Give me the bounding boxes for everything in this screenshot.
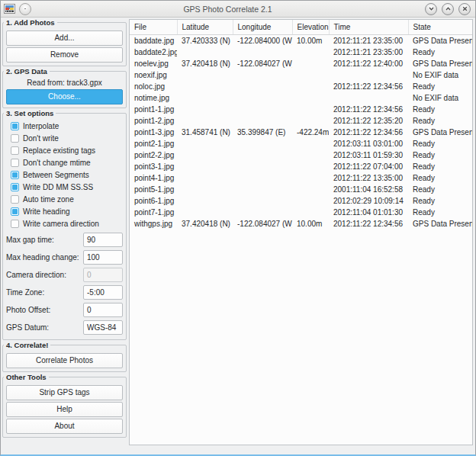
cell-latitude: 31.458741 (N)	[177, 127, 233, 138]
option-checkbox-row[interactable]: Write heading	[11, 206, 124, 217]
photo-table-row[interactable]: noexif.jpg No EXIF data	[130, 69, 472, 81]
chevron-down-icon	[428, 5, 435, 12]
photo-table-row[interactable]: point1-3.jpg 31.458741 (N) 35.399847 (E)…	[130, 127, 472, 138]
other-tools-button[interactable]: Strip GPS tags	[6, 385, 123, 400]
cell-elevation	[292, 92, 329, 104]
option-checkbox-row[interactable]: Auto time zone	[11, 194, 124, 205]
column-header-latitude[interactable]: Latitude	[177, 20, 233, 35]
maximize-button[interactable]	[442, 3, 454, 15]
cell-file: point7-1.jpg	[130, 207, 177, 218]
checkbox-icon[interactable]	[11, 207, 19, 216]
cell-elevation	[292, 184, 329, 195]
option-checkbox-row[interactable]: Don't write	[11, 133, 124, 144]
other-tools-button[interactable]: Help	[6, 402, 123, 417]
cell-time: 2012:11:21 23:35:00	[329, 35, 408, 47]
window-menu-button[interactable]	[20, 4, 31, 14]
option-checkbox-row[interactable]: Replace existing tags	[11, 145, 124, 156]
cell-latitude: 37.420418 (N)	[177, 218, 233, 230]
checkbox-icon[interactable]	[11, 220, 19, 228]
group-gps-data: 2. GPS Data Read from: track3.gpx Choose…	[2, 71, 127, 108]
cell-file: noexif.jpg	[130, 69, 177, 81]
cell-elevation	[292, 172, 329, 184]
cell-longitude	[233, 195, 292, 207]
cell-longitude	[233, 161, 292, 172]
cell-state: Ready	[408, 81, 472, 92]
option-field-input[interactable]	[83, 303, 123, 317]
checkbox-icon[interactable]	[11, 183, 19, 191]
column-header-longitude[interactable]: Longitude	[233, 20, 292, 35]
cell-file: point4-1.jpg	[130, 172, 177, 184]
photo-table-row[interactable]: baddate2.jpg 2012:11:21 23:35:00 Ready	[130, 47, 472, 58]
minimize-button[interactable]	[425, 3, 437, 15]
app-icon	[4, 4, 16, 14]
option-checkbox-row[interactable]: Write DD MM SS.SS	[11, 181, 124, 193]
cell-time: 2012:11:22 12:34:56	[329, 218, 408, 230]
add-photos-button[interactable]: Add...	[6, 31, 123, 46]
column-header-time[interactable]: Time	[329, 20, 408, 35]
remove-photos-button[interactable]: Remove	[6, 47, 123, 63]
option-field-input[interactable]	[83, 233, 123, 247]
option-checkbox-row[interactable]: Interpolate	[11, 120, 124, 132]
photo-table-row[interactable]: point4-1.jpg 2012:11:22 13:35:00 Ready	[130, 172, 472, 184]
cell-state: Ready	[408, 104, 472, 115]
cell-time: 2012:03:11 03:01:00	[329, 138, 408, 149]
photo-table-row[interactable]: point1-1.jpg 2012:11:22 12:34:56 Ready	[130, 104, 472, 115]
option-field-input[interactable]	[83, 285, 123, 300]
photo-table-row[interactable]: noloc.jpg 2012:11:22 12:34:56 Ready	[130, 81, 472, 92]
checkbox-icon[interactable]	[11, 171, 19, 179]
photo-table-row[interactable]: withgps.jpg 37.420418 (N) -122.084027 (W…	[130, 218, 472, 230]
option-field-row: Time Zone:	[6, 285, 123, 300]
cell-longitude: -122.084000 (W)	[233, 35, 292, 47]
group-title-other-tools: Other Tools	[4, 373, 49, 381]
photo-table-row[interactable]: baddate.jpg 37.420333 (N) -122.084000 (W…	[130, 35, 472, 47]
option-checkbox-row[interactable]: Between Segments	[11, 169, 124, 181]
photo-table-row[interactable]: point7-1.jpg 2012:11:04 01:01:30 Ready	[130, 207, 472, 218]
photo-table-row[interactable]: point2-1.jpg 2012:03:11 03:01:00 Ready	[130, 138, 472, 149]
option-field-input[interactable]	[83, 250, 123, 265]
option-field-input[interactable]	[83, 320, 123, 335]
photo-table-row[interactable]: noelev.jpg 37.420418 (N) -122.084027 (W)…	[130, 58, 472, 69]
cell-elevation	[292, 58, 329, 69]
checkbox-icon[interactable]	[11, 195, 19, 204]
option-field-row: GPS Datum:	[6, 320, 123, 335]
photo-table-row[interactable]: point1-2.jpg 2012:11:22 12:35:20 Ready	[130, 115, 472, 127]
cell-longitude	[233, 92, 292, 104]
checkbox-icon[interactable]	[11, 159, 19, 167]
cell-state: Ready	[408, 115, 472, 127]
cell-elevation	[292, 195, 329, 207]
cell-state: GPS Data Present	[408, 218, 472, 230]
window-title: GPS Photo Correlate 2.1	[34, 5, 421, 14]
cell-state: Ready	[408, 172, 472, 184]
group-other-tools: Other Tools Strip GPS tags Help About	[2, 377, 127, 438]
cell-longitude: -122.084027 (W)	[233, 58, 292, 69]
close-button[interactable]	[458, 3, 471, 15]
photo-table-row[interactable]: point6-1.jpg 2012:02:29 10:09:14 Ready	[130, 195, 472, 207]
cell-state: GPS Data Present	[408, 58, 472, 69]
checkbox-icon[interactable]	[11, 146, 19, 155]
cell-file: withgps.jpg	[130, 218, 177, 230]
cell-longitude	[233, 104, 292, 115]
option-checkbox-label: Don't change mtime	[23, 159, 91, 167]
choose-gps-file-button[interactable]: Choose...	[6, 89, 123, 104]
checkbox-icon[interactable]	[11, 122, 19, 130]
correlate-photos-button[interactable]: Correlate Photos	[6, 353, 123, 368]
cell-latitude	[177, 104, 233, 115]
photo-table-row[interactable]: point3-1.jpg 2012:11:22 07:04:00 Ready	[130, 161, 472, 172]
column-header-elevation[interactable]: Elevation	[292, 20, 329, 35]
photo-table-row[interactable]: notime.jpg No EXIF data	[130, 92, 472, 104]
photo-table-header: File Latitude Longitude Elevation Time S…	[130, 20, 472, 35]
option-checkbox-row[interactable]: Don't change mtime	[11, 157, 124, 169]
column-header-file[interactable]: File	[130, 20, 177, 35]
photo-table-area: File Latitude Longitude Elevation Time S…	[129, 19, 473, 445]
photo-table-row[interactable]: point2-2.jpg 2012:03:11 01:59:30 Ready	[130, 149, 472, 161]
cell-time: 2012:03:11 01:59:30	[329, 149, 408, 161]
column-header-state[interactable]: State	[408, 20, 472, 35]
option-checkbox-row[interactable]: Write camera direction	[11, 218, 124, 230]
app-window: GPS Photo Correlate 2.1 1. Add Photos Ad…	[0, 0, 476, 456]
checkbox-icon[interactable]	[11, 134, 19, 143]
window-menu-icon	[24, 8, 26, 10]
photo-table-row[interactable]: point5-1.jpg 2001:11:04 16:52:58 Ready	[130, 184, 472, 195]
other-tools-button[interactable]: About	[6, 419, 123, 434]
cell-state: No EXIF data	[408, 92, 472, 104]
option-field-input[interactable]	[83, 268, 123, 282]
